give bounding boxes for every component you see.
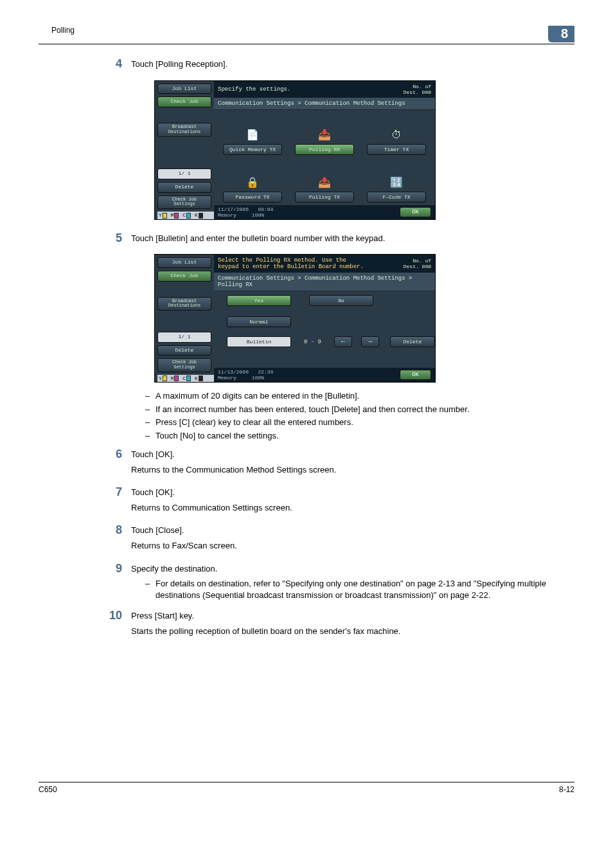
step9-bullet-1: For details on destination, refer to "Sp… [155,578,555,601]
footer-right: 8-12 [559,785,574,794]
ok-button[interactable]: OK [400,207,431,217]
footer-date: 11/13/2006 [218,369,249,375]
footer-time: 08:08 [258,206,273,212]
job-list-button[interactable]: Job List [157,257,211,268]
step-8-text: Touch [Close]. [131,525,555,536]
step-9: 9 Specify the destination. –For details … [103,562,555,603]
step-4: 4 Touch [Polling Reception]. [103,57,555,74]
bullet-dash: – [145,390,155,402]
step-6: 6 Touch [OK]. Returns to the Communicati… [103,448,555,479]
page-header: Polling 8 [39,26,574,44]
step-5-text: Touch [Bulletin] and enter the bulletin … [131,233,555,244]
delete-button[interactable]: Delete [390,336,435,347]
timer-tx-icon: ⏱ [391,129,402,141]
polling-rx-button[interactable]: Polling RX [295,144,354,155]
step-10: 10 Press [Start] key. Starts the polling… [103,609,555,640]
page-indicator: 1/ 1 [157,332,211,343]
footer-left: C650 [39,785,57,794]
dest-count: 000 [422,89,431,95]
ok-button[interactable]: OK [400,370,431,380]
page-footer: C650 8-12 [39,782,574,794]
step5-bullet-1: A maximum of 20 digits can be entered in… [155,390,359,402]
footer-mem-label: Memory [218,212,236,218]
no-button[interactable]: No [309,295,373,306]
quick-memory-tx-button[interactable]: Quick Memory TX [223,144,282,155]
fcode-tx-icon: 🔢 [390,176,403,189]
step-5: 5 Touch [Bulletin] and enter the bulleti… [103,231,555,248]
bullet-dash: – [145,578,155,601]
screenshot-polling-rx: Job List Check Job Broadcast Destination… [154,254,436,383]
broadcast-dest-button[interactable]: Broadcast Destinations [157,297,211,311]
step-8-after: Returns to Fax/Scan screen. [131,540,555,552]
step-number: 9 [103,562,131,576]
check-job-button[interactable]: Check Job [157,96,211,107]
step-9-text: Specify the destination. [131,563,555,575]
password-tx-button[interactable]: Password TX [223,192,282,203]
polling-rx-icon: 📥 [318,129,331,141]
screenshot-comm-method-settings: Job List Check Job Broadcast Destination… [154,80,436,220]
check-job-settings-button[interactable]: Check Job Settings [157,195,211,209]
step5-bullet-2: If an incorrect number has been entered,… [155,404,470,415]
bullet-dash: – [145,430,155,442]
quick-memory-tx-icon: 📄 [246,129,259,141]
check-job-button[interactable]: Check Job [157,271,211,282]
bulletin-button[interactable]: Bulletin [227,336,291,347]
header-section: Polling [39,26,75,35]
sidebar-delete-button[interactable]: Delete [157,182,211,193]
footer-date: 11/17/2006 [218,206,249,212]
step-number: 7 [103,485,131,500]
footer-mem-pct: 100% [252,375,264,381]
range-label: 0 - 9 [304,339,321,345]
dest-count: 000 [422,264,431,269]
breadcrumb: Communication Settings > Communication M… [214,273,435,291]
step-8: 8 Touch [Close]. Returns to Fax/Scan scr… [103,523,555,555]
polling-tx-button[interactable]: Polling TX [295,192,354,203]
step-number: 6 [103,448,131,462]
step-number: 8 [103,523,131,538]
sidebar-delete-button[interactable]: Delete [157,345,211,356]
step-6-after: Returns to the Communication Method Sett… [131,464,555,476]
toner-levels: Y M C K [157,375,214,382]
step5-bullet-3: Press [C] (clear) key to clear all the e… [155,417,353,428]
chapter-badge: 8 [548,26,574,42]
page-indicator: 1/ 1 [157,168,211,179]
bullet-dash: – [145,404,155,415]
step-number: 4 [103,57,131,71]
timer-tx-button[interactable]: Timer TX [367,144,426,155]
panel1-title: Specify the settings. [218,86,386,93]
arrow-left-button[interactable]: ← [334,336,352,347]
step-6-text: Touch [OK]. [131,449,555,460]
password-tx-icon: 🔒 [246,176,259,189]
step-10-after: Starts the polling reception of bulletin… [131,626,555,637]
breadcrumb: Communication Settings > Communication M… [214,98,435,110]
step-10-text: Press [Start] key. [131,610,555,622]
yes-button[interactable]: Yes [227,295,291,306]
step5-bullet-4: Touch [No] to cancel the settings. [155,430,279,442]
broadcast-dest-button[interactable]: Broadcast Destinations [157,123,211,136]
step-number: 10 [103,609,131,623]
normal-button[interactable]: Normal [227,316,291,327]
panel2-title: Select the Polling RX method. Use the ke… [218,257,386,270]
step-7: 7 Touch [OK]. Returns to Communication S… [103,485,555,517]
polling-tx-icon: 📤 [318,176,331,189]
step-4-text: Touch [Polling Reception]. [131,59,555,70]
step-number: 5 [103,231,131,246]
toner-levels: Y M C K [157,212,214,219]
footer-mem-pct: 100% [252,212,264,218]
arrow-right-button[interactable]: → [361,336,379,347]
step-7-text: Touch [OK]. [131,487,555,498]
step-7-after: Returns to Communication Settings screen… [131,502,555,514]
bullet-dash: – [145,417,155,428]
check-job-settings-button[interactable]: Check Job Settings [157,358,211,372]
fcode-tx-button[interactable]: F-Code TX [367,192,426,203]
job-list-button[interactable]: Job List [157,84,211,95]
footer-time: 22:36 [258,369,273,375]
footer-mem-label: Memory [218,375,236,381]
